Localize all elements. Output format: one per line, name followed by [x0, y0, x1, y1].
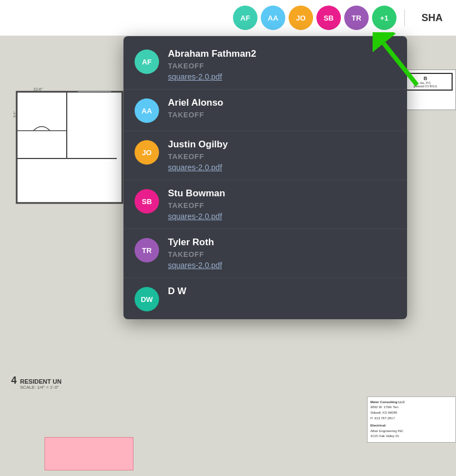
dropdown-item-aa: AA Ariel Alonso TAKEOFF [123, 90, 407, 131]
dropdown-item-tr: TR Tyler Roth TAKEOFF squares-2.0.pdf [123, 229, 407, 278]
item-file-jo[interactable]: squares-2.0.pdf [168, 163, 228, 172]
item-avatar-sb: SB [135, 189, 159, 214]
item-role-af: TAKEOFF [168, 62, 256, 70]
item-content-tr: Tyler Roth TAKEOFF squares-2.0.pdf [168, 237, 222, 270]
users-dropdown: AF Abraham Fathman2 TAKEOFF squares-2.0.… [123, 36, 407, 319]
floor-number: 4 [11, 375, 17, 386]
share-button[interactable]: SHA [417, 12, 447, 24]
top-bar: AF AA JO SB TR +1 SHA [0, 0, 456, 36]
item-name-dw: D W [168, 286, 186, 297]
item-role-sb: TAKEOFF [168, 201, 225, 210]
dropdown-item-af: AF Abraham Fathman2 TAKEOFF squares-2.0.… [123, 41, 407, 90]
dropdown-item-dw: DW D W [123, 278, 407, 315]
item-content-af: Abraham Fathman2 TAKEOFF squares-2.0.pdf [168, 48, 256, 81]
item-content-sb: Stu Bowman TAKEOFF squares-2.0.pdf [168, 188, 225, 221]
item-file-sb[interactable]: squares-2.0.pdf [168, 212, 225, 221]
resident-label: RESIDENT UN [20, 378, 62, 385]
item-role-tr: TAKEOFF [168, 250, 222, 259]
floor-plan-svg: 22-6" 8-4" [11, 86, 128, 253]
item-file-af[interactable]: squares-2.0.pdf [168, 72, 256, 81]
item-role-aa: TAKEOFF [168, 111, 224, 119]
pink-rectangle [44, 437, 133, 470]
dropdown-item-sb: SB Stu Bowman TAKEOFF squares-2.0.pdf [123, 180, 407, 229]
avatar-tr[interactable]: TR [344, 6, 369, 30]
item-avatar-af: AF [135, 49, 159, 74]
avatars-row: AF AA JO SB TR +1 SHA [233, 6, 447, 30]
dropdown-item-jo: JO Justin Ogilby TAKEOFF squares-2.0.pdf [123, 131, 407, 180]
item-name-aa: Ariel Alonso [168, 97, 224, 108]
item-name-sb: Stu Bowman [168, 188, 225, 199]
item-name-af: Abraham Fathman2 [168, 48, 256, 60]
item-name-jo: Justin Ogilby [168, 139, 228, 150]
svg-text:8-4": 8-4" [13, 111, 16, 117]
avatar-sb[interactable]: SB [316, 6, 341, 30]
avatar-plus-one[interactable]: +1 [372, 6, 396, 30]
item-role-jo: TAKEOFF [168, 152, 228, 161]
svg-rect-0 [17, 92, 122, 203]
avatar-aa[interactable]: AA [261, 6, 285, 30]
item-avatar-jo: JO [135, 140, 159, 165]
item-file-tr[interactable]: squares-2.0.pdf [168, 261, 222, 270]
item-avatar-dw: DW [135, 287, 159, 311]
scale-label: SCALE: 1/4" = 1'-0" [20, 385, 62, 390]
item-content-jo: Justin Ogilby TAKEOFF squares-2.0.pdf [168, 139, 228, 172]
item-avatar-tr: TR [135, 238, 159, 262]
avatar-jo[interactable]: JO [289, 6, 313, 30]
avatar-af[interactable]: AF [233, 6, 257, 30]
svg-text:22-6": 22-6" [33, 87, 43, 91]
item-name-tr: Tyler Roth [168, 237, 222, 248]
floor-label: 4 RESIDENT UN SCALE: 1/4" = 1'-0" [11, 375, 62, 390]
item-content-dw: D W [168, 286, 186, 297]
item-avatar-aa: AA [135, 98, 159, 123]
item-content-aa: Ariel Alonso TAKEOFF [168, 97, 224, 119]
vertical-divider [404, 9, 405, 26]
contact-info: Meier Consulting LLC 3892 W. 179th Terr.… [367, 396, 456, 443]
